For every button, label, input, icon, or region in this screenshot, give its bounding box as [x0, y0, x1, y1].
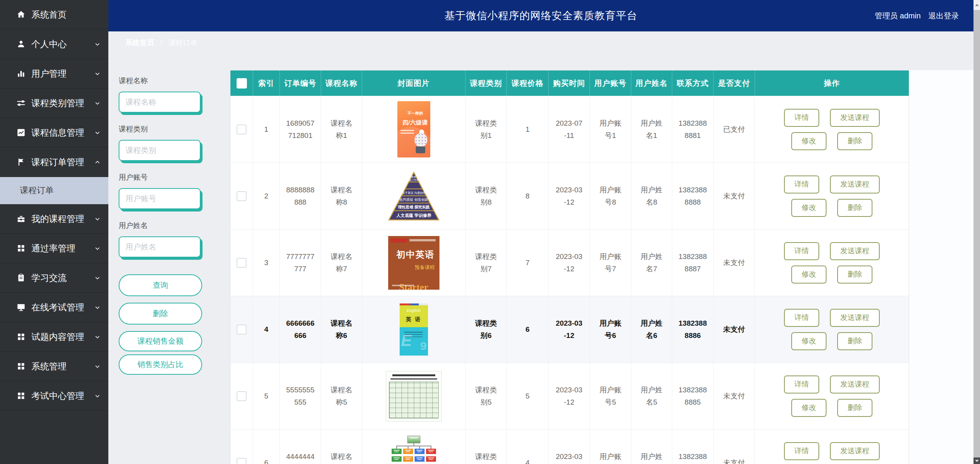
- sales-category-ratio-button[interactable]: 销售类别占比: [119, 354, 202, 375]
- delete-row-button[interactable]: 删除: [837, 199, 872, 217]
- phone-cell: 13823888886: [672, 296, 714, 362]
- send-course-button[interactable]: 发送课程: [830, 442, 880, 460]
- filter-label: 课程类别: [119, 124, 205, 134]
- delete-row-button[interactable]: 删除: [837, 332, 872, 350]
- sidebar-item[interactable]: 试题内容管理: [0, 322, 108, 352]
- action-row: 详情发送课程: [784, 242, 880, 260]
- account-cell: 用户账号1: [590, 96, 631, 162]
- cover-subtitle: 预备课程: [388, 263, 439, 271]
- index-cell: 1: [253, 96, 280, 162]
- orgchart-node-line: [394, 450, 400, 451]
- sidebar-item[interactable]: 课程信息管理: [0, 118, 108, 148]
- detail-button[interactable]: 详情: [784, 242, 819, 260]
- actions-cell: 详情发送课程修改删除: [755, 230, 909, 296]
- course-name-input[interactable]: [119, 92, 201, 113]
- edit-button[interactable]: 修改: [791, 266, 826, 284]
- send-course-button[interactable]: 发送课程: [830, 175, 880, 193]
- detail-button[interactable]: 详情: [784, 175, 819, 193]
- orgchart-node-box: [392, 449, 402, 454]
- orgchart-node-line: [416, 457, 423, 458]
- action-buttons: 详情发送课程修改删除: [784, 109, 880, 150]
- action-buttons: 详情发送课程修改删除: [784, 442, 880, 464]
- sidebar-item[interactable]: 用户管理: [0, 59, 108, 89]
- orgchart-root-box: [407, 436, 420, 443]
- buy-time-cell: 2023-07-11: [549, 96, 590, 162]
- scrollbar-up-arrow-icon[interactable]: [973, 0, 980, 10]
- delete-row-button[interactable]: 删除: [837, 266, 872, 284]
- delete-row-button[interactable]: 删除: [837, 132, 872, 150]
- order-no-cell: 4444444444: [280, 430, 321, 464]
- filter-buttons: 查询删除课程销售金额销售类别占比: [119, 274, 205, 375]
- detail-button[interactable]: 详情: [784, 375, 819, 393]
- send-course-button[interactable]: 发送课程: [830, 309, 880, 327]
- edit-button[interactable]: 修改: [791, 399, 826, 417]
- cover-title-bar: [392, 374, 435, 376]
- course-category-input[interactable]: [119, 140, 201, 161]
- flag-icon: [17, 158, 25, 166]
- sidebar-item-label: 课程信息管理: [31, 127, 94, 139]
- course-sales-amount-button[interactable]: 课程销售金额: [119, 331, 202, 351]
- row-checkbox[interactable]: [237, 325, 247, 334]
- username-cell: 用户姓名4: [631, 430, 672, 464]
- sidebar-item[interactable]: 系统首页: [0, 0, 108, 30]
- paid-status-cell: 已支付: [714, 96, 755, 162]
- sidebar-item[interactable]: 在线考试管理: [0, 293, 108, 322]
- sidebar-item[interactable]: 课程类别管理: [0, 89, 108, 118]
- select-all-checkbox[interactable]: [237, 78, 247, 89]
- clipboard-icon: [17, 274, 25, 282]
- send-course-button[interactable]: 发送课程: [830, 242, 880, 260]
- sidebar-subitem[interactable]: 课程订单: [0, 177, 108, 204]
- edit-button[interactable]: 修改: [791, 199, 826, 217]
- edit-button[interactable]: 修改: [791, 132, 826, 150]
- action-row: 详情发送课程: [784, 309, 880, 327]
- delete-button[interactable]: 删除: [119, 303, 202, 325]
- grid-icon: [17, 362, 25, 371]
- detail-button[interactable]: 详情: [784, 309, 819, 327]
- sidebar-item[interactable]: 课程订单管理: [0, 148, 108, 177]
- orgchart-node-line: [428, 457, 434, 458]
- scrollbar-down-arrow-icon[interactable]: [973, 457, 980, 464]
- cover-cell: [362, 363, 466, 429]
- sidebar-item[interactable]: 考试中心管理: [0, 381, 108, 411]
- row-checkbox[interactable]: [237, 458, 247, 464]
- sidebar-item-label: 系统首页: [31, 9, 101, 21]
- sidebar-item[interactable]: 我的课程管理: [0, 204, 108, 234]
- row-select-cell: [230, 363, 253, 429]
- scrollbar-thumb[interactable]: [973, 10, 980, 457]
- row-checkbox[interactable]: [237, 391, 247, 401]
- row-checkbox[interactable]: [237, 191, 247, 201]
- user-name-input[interactable]: [119, 236, 201, 257]
- line-chart-icon: [17, 128, 25, 137]
- svg-text:人文底蕴 学识修养: 人文底蕴 学识修养: [396, 213, 431, 218]
- sidebar-item[interactable]: 学习交流: [0, 263, 108, 293]
- svg-text:全面发展: 全面发展: [409, 175, 419, 178]
- row-checkbox[interactable]: [237, 258, 247, 268]
- vertical-scrollbar[interactable]: [973, 0, 980, 464]
- row-checkbox[interactable]: [237, 125, 247, 134]
- edit-button[interactable]: 修改: [791, 332, 826, 350]
- cover-image-orgchart: [391, 434, 436, 464]
- paid-status-cell: 未支付: [714, 163, 755, 229]
- action-row: 修改删除: [791, 399, 872, 417]
- orgchart-node-line: [394, 459, 399, 460]
- svg-text:善于表达 沟通协作: 善于表达 沟通协作: [402, 191, 426, 195]
- logout-link[interactable]: 退出登录: [928, 11, 959, 21]
- order-no-cell: 6666666666: [280, 296, 321, 362]
- sidebar-item-label: 学习交流: [31, 272, 94, 284]
- breadcrumb-home[interactable]: 系统首页: [125, 38, 154, 48]
- search-button[interactable]: 查询: [119, 274, 202, 296]
- sidebar-item[interactable]: 系统管理: [0, 352, 108, 381]
- detail-button[interactable]: 详情: [784, 442, 819, 460]
- table-row: 46666666666课程名称6English英 语E9课程类别662023-0…: [230, 296, 909, 362]
- action-row: 修改删除: [791, 199, 872, 217]
- orgchart-node-box: [426, 449, 436, 454]
- user-account-input[interactable]: [119, 188, 201, 209]
- column-header: 订单编号: [280, 71, 321, 96]
- send-course-button[interactable]: 发送课程: [830, 375, 880, 393]
- send-course-button[interactable]: 发送课程: [830, 109, 880, 127]
- sidebar: 系统首页个人中心用户管理课程类别管理课程信息管理课程订单管理课程订单我的课程管理…: [0, 0, 108, 464]
- delete-row-button[interactable]: 删除: [837, 399, 872, 417]
- sidebar-item[interactable]: 通过率管理: [0, 234, 108, 263]
- detail-button[interactable]: 详情: [784, 109, 819, 127]
- sidebar-item[interactable]: 个人中心: [0, 30, 108, 59]
